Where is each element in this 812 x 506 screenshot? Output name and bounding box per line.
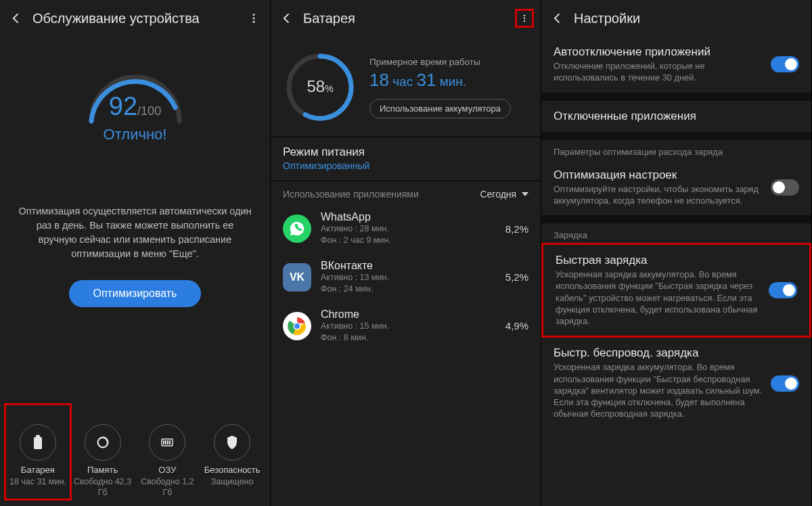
optimization-description: Оптимизация осуществляется автоматически…	[0, 204, 270, 261]
app-row-whatsapp[interactable]: WhatsApp Активно : 28 мин. Фон : 2 час 9…	[271, 204, 541, 253]
app-percent: 4,9%	[505, 320, 528, 331]
tile-sub: 18 час 31 мин.	[8, 476, 68, 487]
disabled-apps-row[interactable]: Отключенные приложения	[541, 101, 811, 132]
auto-disable-toggle[interactable]	[771, 56, 799, 72]
bottom-nav: Батарея 18 час 31 мин. Память Свободно 4…	[0, 424, 270, 499]
svg-rect-3	[34, 437, 42, 449]
svg-rect-7	[163, 440, 164, 444]
device-care-panel: Обслуживание устройства 92/100 Отлично! …	[0, 0, 271, 506]
row-title: Быстрая зарядка	[556, 254, 762, 267]
app-active: Активно : 13 мин.	[321, 272, 505, 283]
svg-point-11	[524, 15, 525, 16]
page-title: Настройки	[574, 11, 805, 26]
divider	[541, 132, 811, 140]
app-bg: Фон : 8 мин.	[321, 332, 505, 344]
tile-sub: Защищено	[202, 476, 262, 487]
wireless-fast-charging-toggle[interactable]	[771, 375, 799, 392]
battery-summary: 58% Примерное время работы 18 час 31 мин…	[271, 37, 541, 137]
optimize-button[interactable]: Оптимизировать	[69, 280, 202, 307]
power-mode-title: Режим питания	[283, 145, 528, 159]
app-percent: 8,2%	[505, 223, 528, 235]
chrome-icon	[283, 312, 311, 340]
page-title: Обслуживание устройства	[32, 11, 244, 26]
score-value: 92/100	[78, 92, 193, 121]
battery-icon[interactable]	[20, 424, 56, 461]
wireless-fast-charging-row[interactable]: Быстр. беспровод. зарядка Ускоренная зар…	[541, 338, 811, 428]
fast-charging-toggle[interactable]	[769, 282, 797, 298]
row-title: Оптимизация настроек	[554, 168, 764, 182]
divider	[541, 215, 811, 223]
score-number: 92	[109, 92, 137, 120]
storage-icon[interactable]	[85, 424, 121, 461]
tile-label: Память	[73, 465, 133, 475]
svg-rect-9	[167, 440, 168, 444]
header: Батарея	[271, 0, 541, 37]
period-selector[interactable]: Сегодня	[480, 189, 528, 200]
score-gauge: 92/100 Отлично!	[0, 37, 270, 143]
vk-icon: VK	[283, 263, 311, 292]
more-icon[interactable]	[244, 9, 263, 28]
header: Настройки	[541, 0, 811, 37]
svg-point-2	[253, 21, 255, 23]
svg-point-20	[294, 323, 300, 329]
usage-by-apps-label: Использование приложениями	[283, 188, 419, 200]
app-name: Chrome	[321, 308, 505, 321]
estimate-time: 18 час 31 мин.	[369, 70, 528, 91]
auto-disable-apps-row[interactable]: Автоотключение приложений Отключение при…	[541, 37, 811, 93]
more-icon[interactable]	[515, 9, 534, 28]
row-title: Быстр. беспровод. зарядка	[554, 346, 764, 360]
svg-point-0	[253, 14, 255, 16]
optimize-settings-toggle[interactable]	[771, 179, 799, 196]
optimization-section-header: Параметры оптимизации расхода заряда	[541, 140, 811, 160]
svg-marker-16	[522, 192, 528, 196]
app-name: ВКонтакте	[321, 260, 505, 272]
security-tile[interactable]: Безопасность Защищено	[202, 424, 262, 499]
charging-section-header: Зарядка	[541, 223, 811, 243]
power-mode-row[interactable]: Режим питания Оптимизированный	[271, 137, 541, 181]
app-bg: Фон : 2 час 9 мин.	[321, 235, 505, 246]
app-row-chrome[interactable]: Chrome Активно : 15 мин. Фон : 8 мин. 4,…	[271, 302, 541, 350]
whatsapp-icon	[283, 214, 311, 243]
settings-panel: Настройки Автоотключение приложений Откл…	[541, 0, 812, 506]
svg-rect-10	[169, 440, 171, 444]
fast-charging-row[interactable]: Быстрая зарядка Ускоренная зарядка аккум…	[541, 243, 811, 338]
svg-rect-4	[36, 435, 40, 437]
app-row-vk[interactable]: VK ВКонтакте Активно : 13 мин. Фон : 24 …	[271, 253, 541, 302]
page-title: Батарея	[303, 11, 515, 26]
storage-tile[interactable]: Память Свободно 42,3 Гб	[73, 424, 133, 499]
shield-icon[interactable]	[214, 424, 250, 461]
tile-sub: Свободно 1,2 Гб	[137, 476, 197, 499]
row-desc: Ускоренная зарядка аккумулятора. Во врем…	[556, 269, 762, 327]
ram-tile[interactable]: ОЗУ Свободно 1,2 Гб	[137, 424, 197, 499]
battery-percent: 58%	[283, 77, 357, 96]
row-desc: Оптимизируйте настройки, чтобы экономить…	[554, 183, 764, 207]
battery-panel: Батарея 58% Примерное время работы 18 ча…	[271, 0, 541, 506]
svg-point-13	[524, 20, 525, 22]
row-title: Автоотключение приложений	[554, 45, 764, 59]
app-bg: Фон : 24 мин.	[321, 283, 505, 295]
back-icon[interactable]	[548, 9, 567, 28]
header: Обслуживание устройства	[0, 0, 270, 37]
estimate-label: Примерное время работы	[369, 57, 528, 67]
row-desc: Ускоренная зарядка аккумулятора. Во врем…	[554, 361, 764, 419]
svg-point-1	[253, 18, 255, 20]
battery-donut: 58%	[283, 50, 357, 124]
divider	[541, 93, 811, 101]
app-percent: 5,2%	[505, 271, 528, 283]
optimize-settings-row[interactable]: Оптимизация настроек Оптимизируйте настр…	[541, 160, 811, 216]
app-name: WhatsApp	[321, 211, 505, 223]
tile-label: Безопасность	[202, 465, 262, 475]
battery-tile[interactable]: Батарея 18 час 31 мин.	[8, 424, 68, 499]
tile-label: Батарея	[8, 465, 68, 475]
app-active: Активно : 28 мин.	[321, 223, 505, 235]
row-title: Отключенные приложения	[554, 110, 792, 123]
battery-usage-button[interactable]: Использование аккумулятора	[369, 99, 511, 118]
svg-point-12	[524, 18, 525, 19]
ram-icon[interactable]	[149, 424, 185, 461]
back-icon[interactable]	[7, 9, 26, 28]
score-max: /100	[137, 104, 161, 118]
row-desc: Отключение приложений, которые не исполь…	[554, 60, 764, 84]
svg-rect-8	[165, 440, 166, 444]
tile-sub: Свободно 42,3 Гб	[73, 476, 133, 499]
back-icon[interactable]	[277, 9, 296, 28]
